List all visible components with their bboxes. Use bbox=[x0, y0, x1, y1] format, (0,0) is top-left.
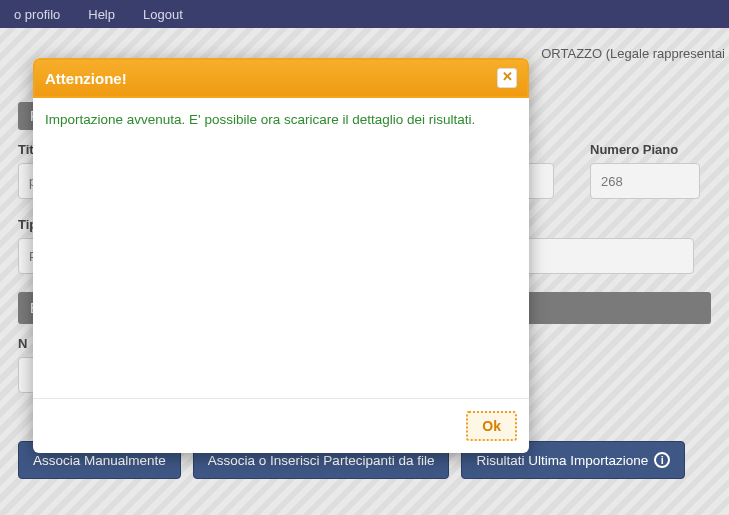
modal-footer: Ok bbox=[33, 398, 529, 453]
ok-button[interactable]: Ok bbox=[466, 411, 517, 441]
nav-help[interactable]: Help bbox=[74, 7, 129, 22]
nav-logout[interactable]: Logout bbox=[129, 7, 197, 22]
modal-header: Attenzione! ✕ bbox=[33, 58, 529, 98]
close-icon[interactable]: ✕ bbox=[497, 68, 517, 88]
modal-backdrop: Attenzione! ✕ Importazione avvenuta. E' … bbox=[0, 28, 729, 515]
top-nav: o profilo Help Logout bbox=[0, 0, 729, 28]
modal-title: Attenzione! bbox=[45, 70, 127, 87]
modal: Attenzione! ✕ Importazione avvenuta. E' … bbox=[33, 58, 529, 453]
page-body: ORTAZZO (Legale rappresentai Pa Tit o Nu… bbox=[0, 28, 729, 515]
nav-profilo[interactable]: o profilo bbox=[0, 7, 74, 22]
modal-message: Importazione avvenuta. E' possibile ora … bbox=[45, 112, 517, 127]
modal-body: Importazione avvenuta. E' possibile ora … bbox=[33, 98, 529, 398]
